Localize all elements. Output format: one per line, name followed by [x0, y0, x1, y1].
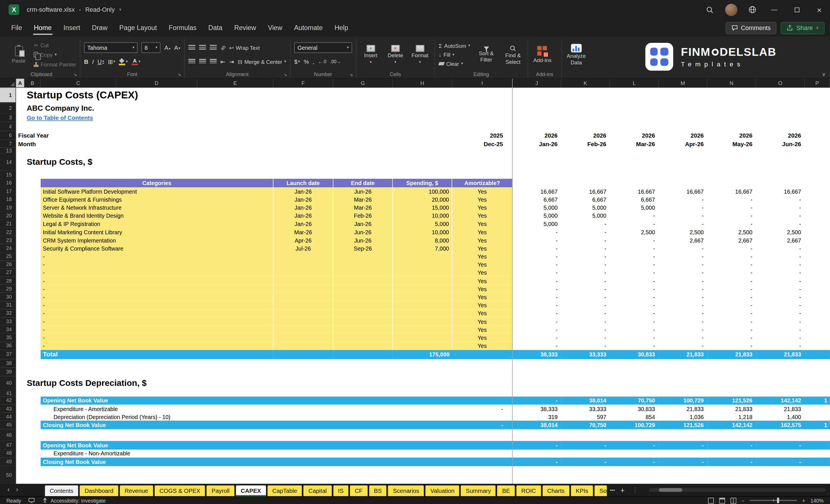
- row-header-37[interactable]: 37: [0, 350, 16, 359]
- subitem-label[interactable]: Expenditure - Non-Amortizable: [41, 449, 452, 458]
- empty-cells[interactable]: [16, 458, 41, 466]
- empty-cells[interactable]: [16, 441, 41, 449]
- empty-cells[interactable]: [16, 301, 41, 309]
- month-col-1-value[interactable]: -: [562, 277, 610, 285]
- total-label[interactable]: Total: [41, 350, 274, 359]
- format-cells-button[interactable]: Format ▾: [409, 44, 431, 64]
- month-col-5-value[interactable]: 1,400: [756, 413, 805, 421]
- sheet-tab-capex[interactable]: CAPEX: [236, 485, 266, 496]
- select-all-button[interactable]: [0, 78, 16, 87]
- launch-date-cell[interactable]: [274, 293, 333, 301]
- italic-button[interactable]: I: [92, 58, 94, 65]
- month-col-0-value[interactable]: -: [513, 325, 561, 334]
- dec-25-value[interactable]: [452, 449, 513, 458]
- month-col-1-value[interactable]: -: [562, 309, 610, 317]
- readonly-chevron-icon[interactable]: ∨: [119, 7, 122, 12]
- partial-col-fragment[interactable]: [805, 441, 830, 449]
- merge-center-button[interactable]: ⊟Merge & Center▾: [238, 59, 286, 65]
- dec-25-value[interactable]: -: [452, 405, 513, 412]
- sheet-tab-kpis[interactable]: KPIs: [571, 485, 593, 496]
- end-date-cell[interactable]: [333, 285, 393, 293]
- launch-date-cell[interactable]: [274, 260, 333, 269]
- section-header[interactable]: Startup Costs Depreciation, $: [16, 376, 830, 391]
- amortizable-cell[interactable]: Yes: [452, 325, 513, 334]
- month-col-2-value[interactable]: -: [610, 277, 659, 285]
- font-name-select[interactable]: Tahoma▾: [84, 42, 137, 53]
- month-col-3-value[interactable]: 121,526: [659, 421, 707, 429]
- amortizable-cell[interactable]: Yes: [452, 236, 513, 244]
- month-col-2-value[interactable]: -: [610, 285, 659, 293]
- band-label[interactable]: Closing Net Book Value: [41, 458, 452, 466]
- month-col-5-value[interactable]: 21,833: [756, 405, 805, 412]
- partial-col[interactable]: [805, 220, 830, 228]
- month-col-4-value[interactable]: 2,500: [707, 228, 756, 236]
- align-bottom-icon[interactable]: [210, 45, 217, 50]
- dec-25-value[interactable]: 2025: [452, 131, 513, 139]
- month-col-5-value[interactable]: -: [756, 260, 805, 269]
- accessibility-status[interactable]: Accessibility: Investigate: [43, 497, 106, 503]
- month-col-4-value[interactable]: 142,142: [707, 421, 756, 429]
- empty-cells[interactable]: [16, 317, 41, 325]
- tab-splitter-icon[interactable]: ⋮: [632, 484, 638, 496]
- sheet-tab-charts[interactable]: Charts: [542, 485, 569, 496]
- month-col-1-value[interactable]: -: [562, 244, 610, 252]
- end-date-cell[interactable]: Mar-26: [333, 204, 393, 212]
- month-col-3-value[interactable]: -: [659, 212, 707, 220]
- month-col-1-value[interactable]: -: [562, 458, 610, 466]
- table-header-4[interactable]: Amortizable?: [452, 179, 513, 187]
- month-col-3-value[interactable]: -: [659, 334, 707, 342]
- month-col-0-value[interactable]: 5,000: [513, 204, 561, 212]
- partial-col[interactable]: [805, 236, 830, 244]
- partial-col[interactable]: [805, 301, 830, 309]
- partial-col[interactable]: [805, 334, 830, 342]
- end-date-cell[interactable]: Mar-26: [333, 195, 393, 203]
- row-header-13[interactable]: 13: [0, 148, 16, 154]
- clipboard-dialog-launcher[interactable]: ⇘: [73, 72, 77, 77]
- month-col-5-value[interactable]: 2,500: [756, 228, 805, 236]
- month-col-4-value[interactable]: 16,667: [707, 187, 756, 195]
- partial-col[interactable]: [805, 342, 830, 350]
- end-date-cell[interactable]: [333, 260, 393, 269]
- month-col-4-value[interactable]: -: [707, 269, 756, 277]
- month-col-0-value[interactable]: -: [513, 252, 561, 260]
- row-header-47[interactable]: 47: [0, 441, 16, 449]
- month-col-1-value[interactable]: 70,750: [562, 421, 610, 429]
- partial-col[interactable]: [805, 195, 830, 203]
- row-header-24[interactable]: 24: [0, 244, 16, 252]
- zoom-slider-thumb[interactable]: [777, 498, 779, 503]
- percent-button[interactable]: %: [304, 58, 309, 65]
- partial-col-fragment[interactable]: 1: [805, 421, 830, 429]
- end-date-cell[interactable]: [333, 317, 393, 325]
- row-header-35[interactable]: 35: [0, 334, 16, 342]
- month-col-1-value[interactable]: -: [562, 441, 610, 449]
- column-header-F[interactable]: F: [274, 78, 333, 87]
- month-col-2-value[interactable]: -: [610, 293, 659, 301]
- autosum-button[interactable]: ΣAutoSum▾: [439, 41, 470, 50]
- row-header-46[interactable]: 46: [0, 429, 16, 441]
- month-col-3-value[interactable]: -: [659, 260, 707, 269]
- spending-cell[interactable]: [393, 334, 452, 342]
- month-col-3-value[interactable]: 1,036: [659, 413, 707, 421]
- blank-cells[interactable]: [16, 171, 830, 179]
- empty-cells[interactable]: [16, 277, 41, 285]
- month-col-2-value[interactable]: 30,833: [610, 405, 659, 412]
- company-name[interactable]: ABC Company Inc.: [16, 103, 830, 113]
- category-cell[interactable]: Initial Marketing Content Library: [41, 228, 274, 236]
- month-col-3-value[interactable]: -: [659, 441, 707, 449]
- sheet-tab-so[interactable]: So: [595, 485, 607, 496]
- frozen-row-label[interactable]: Fiscal Year: [16, 131, 274, 139]
- empty-cells[interactable]: [16, 269, 41, 277]
- end-date-cell[interactable]: [333, 334, 393, 342]
- launch-date-cell[interactable]: [274, 317, 333, 325]
- end-date-cell[interactable]: [333, 293, 393, 301]
- month-col-5-value[interactable]: -: [756, 204, 805, 212]
- row-header-31[interactable]: 31: [0, 301, 16, 309]
- end-date-cell[interactable]: Jun-26: [333, 187, 393, 195]
- horizontal-scrollbar[interactable]: [649, 488, 826, 492]
- month-col-0-value[interactable]: -: [513, 397, 561, 405]
- insert-cells-button[interactable]: + Insert ▾: [360, 44, 382, 64]
- font-color-button[interactable]: A▾: [132, 58, 140, 65]
- launch-date-cell[interactable]: [274, 325, 333, 334]
- month-col-1-value[interactable]: -: [562, 285, 610, 293]
- blank-cells[interactable]: [16, 368, 830, 376]
